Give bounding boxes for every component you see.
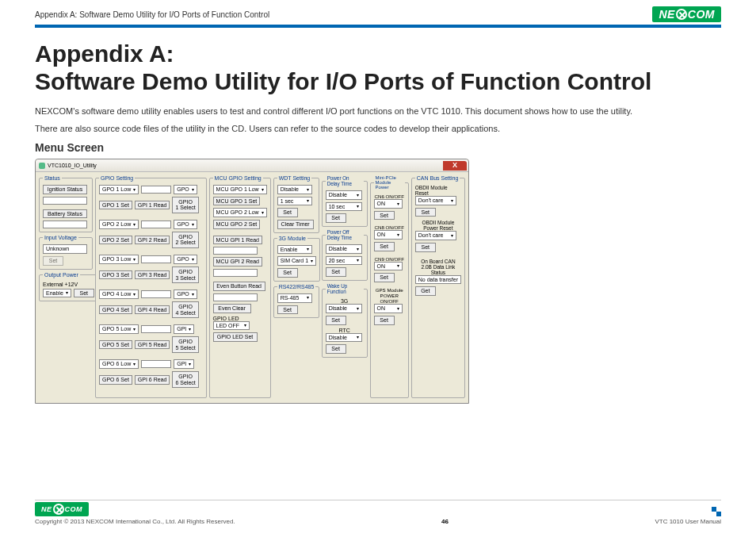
gpo6-set-button[interactable]: GPO 6 Set [99,375,132,385]
gpi2-read-button[interactable]: GPI 2 Read [135,236,170,245]
wdt-legend: WDT Setting [277,175,312,181]
gpo1-set-button[interactable]: GPO 1 Set [99,201,132,210]
intro-paragraph-1: NEXCOM's software demo utility enables u… [35,106,721,116]
gpo6-low-select[interactable]: GPO 6 Low [99,359,139,369]
gpo4-set-button[interactable]: GPO 4 Set [99,305,132,315]
wake-3g-select[interactable]: Disable [326,304,362,313]
gpio-led-set-button[interactable]: GPIO LED Set [213,332,258,342]
rs-legend: RS422/RS485 [277,284,316,290]
even-clear-button[interactable]: Even Clear [213,304,251,313]
mini-item3-label: CN9 ON/OFF [374,256,405,262]
wake-rtc-select[interactable]: Disable [326,333,362,343]
wdt-enable-select[interactable]: Disable [277,185,312,194]
gpio5-mode-select[interactable]: GPI [174,324,194,334]
gpio4-select-button[interactable]: GPIO4 Select [172,301,198,318]
gpi6-value [141,360,171,368]
gpi2-value [141,220,171,228]
output-power-select[interactable]: Enable [43,289,71,298]
doc-name: VTC 1010 User Manual [655,518,721,525]
gpo3-set-button[interactable]: GPO 3 Set [99,270,132,280]
wake-3g-label: 3G [326,298,364,304]
footer-corner-icon [712,507,721,516]
mini-item4-select[interactable]: ON [374,304,403,313]
mini-item1-set-button[interactable]: Set [374,211,395,220]
can-obdii-reset-select[interactable]: Don't care [415,196,456,205]
input-voltage-set-button[interactable]: Set [43,256,63,266]
gpio6-select-button[interactable]: GPIO6 Select [172,371,198,388]
mini-item3-set-button[interactable]: Set [374,273,395,282]
output-power-set-button[interactable]: Set [74,289,94,298]
mini-pcie-legend: Mini-PCIe Module Power [374,175,405,190]
can-obdii-power-select[interactable]: Don't care [415,231,456,240]
wake-rtc-set-button[interactable]: Set [326,344,346,354]
mcu-gpo1-select[interactable]: MCU GPO 1 Low [213,185,267,194]
output-power-group: Output Power External +12V Enable Set [39,272,98,302]
3g-sim-select[interactable]: SIM Card 1 [277,256,316,266]
gpo2-set-button[interactable]: GPO 2 Set [99,236,132,245]
mcu-gpi2-read-button[interactable]: MCU GPI 2 Read [213,257,262,266]
wdt-clear-button[interactable]: Clear Timer [277,220,314,229]
ignition-status-button[interactable]: Ignition Status [43,185,87,194]
3g-set-button[interactable]: Set [277,268,298,278]
mini-item4-set-button[interactable]: Set [374,316,395,325]
mini-item3-select[interactable]: ON [374,262,403,271]
battery-status-button[interactable]: Battery Status [43,209,87,219]
gpio1-select-button[interactable]: GPIO1 Select [172,197,198,213]
mini-item2-select[interactable]: ON [374,230,403,240]
output-power-legend: Output Power [43,272,80,278]
can-obdii-reset-label: OBDII Module Reset [415,185,461,196]
poff-time-select[interactable]: 20 sec [326,256,362,266]
gpio2-mode-select[interactable]: GPO [174,220,197,229]
mcu-gpo2-set-button[interactable]: MCU GPO 2 Set [213,220,261,229]
title-line-2: Software Demo Utility for I/O Ports of F… [35,68,651,94]
wake-3g-set-button[interactable]: Set [326,316,346,325]
intro-paragraph-2: There are also source code files of the … [35,124,721,133]
gpi6-read-button[interactable]: GPI 6 Read [135,375,170,385]
copyright: Copyright © 2013 NEXCOM International Co… [35,518,235,525]
pon-time-select[interactable]: 10 sec [326,202,362,212]
wdt-time-select[interactable]: 1 sec [277,197,312,206]
gpi5-read-button[interactable]: GPI 5 Read [135,340,170,350]
status-group: Status Ignition Status Battery Status [39,175,93,232]
gpo5-low-select[interactable]: GPO 5 Low [99,324,139,334]
gpo4-low-select[interactable]: GPO 4 Low [99,290,139,299]
gpo1-low-select[interactable]: GPO 1 Low [99,185,139,194]
input-voltage-legend: Input Voltage [43,235,78,240]
gpio3-mode-select[interactable]: GPO [174,255,197,264]
mini-item2-set-button[interactable]: Set [374,242,395,251]
gpio3-select-button[interactable]: GPIO3 Select [172,266,198,283]
gpio2-select-button[interactable]: GPIO2 Select [172,232,198,248]
utility-window: VTC1010_IO_Utility X Status Ignition Sta… [35,159,469,404]
can-obdii-power-set[interactable]: Set [415,243,436,252]
wdt-set-button[interactable]: Set [277,208,298,217]
gpi1-read-button[interactable]: GPI 1 Read [135,201,170,210]
rs-select[interactable]: RS-485 [277,293,312,303]
mcu-gpo2-select[interactable]: MCU GPO 2 Low [213,208,267,217]
poff-enable-select[interactable]: Disable [326,244,362,254]
gpi4-read-button[interactable]: GPI 4 Read [135,305,170,315]
pon-set-button[interactable]: Set [326,213,346,223]
gpo3-low-select[interactable]: GPO 3 Low [99,255,139,264]
gpo5-set-button[interactable]: GPO 5 Set [99,340,132,350]
gpi3-read-button[interactable]: GPI 3 Read [135,270,170,280]
gpio-led-select[interactable]: LED OFF [213,321,250,331]
rs-set-button[interactable]: Set [277,305,298,315]
3g-enable-select[interactable]: Enable [277,245,312,255]
app-icon [39,163,45,169]
gpio5-select-button[interactable]: GPIO5 Select [172,336,198,353]
mcu-gpo1-set-button[interactable]: MCU GPO 1 Set [213,197,261,206]
gpio6-mode-select[interactable]: GPI [174,359,194,369]
gpio1-mode-select[interactable]: GPO [174,185,197,194]
can-obdii-power-label: OBDII Module Power Reset [415,220,461,231]
mcu-gpi1-read-button[interactable]: MCU GPI 1 Read [213,236,262,245]
pon-enable-select[interactable]: Disable [326,190,362,200]
gpio4-mode-select[interactable]: GPO [174,290,197,299]
close-button[interactable]: X [443,161,467,171]
gpo2-low-select[interactable]: GPO 2 Low [99,220,139,229]
even-button-read[interactable]: Even Button Read [213,282,265,291]
can-obdii-reset-set[interactable]: Set [415,208,436,217]
poff-set-button[interactable]: Set [326,267,346,277]
can-get-button[interactable]: Get [415,286,436,296]
mcu-gpi2-value [213,269,258,277]
mini-item1-select[interactable]: ON [374,199,403,209]
